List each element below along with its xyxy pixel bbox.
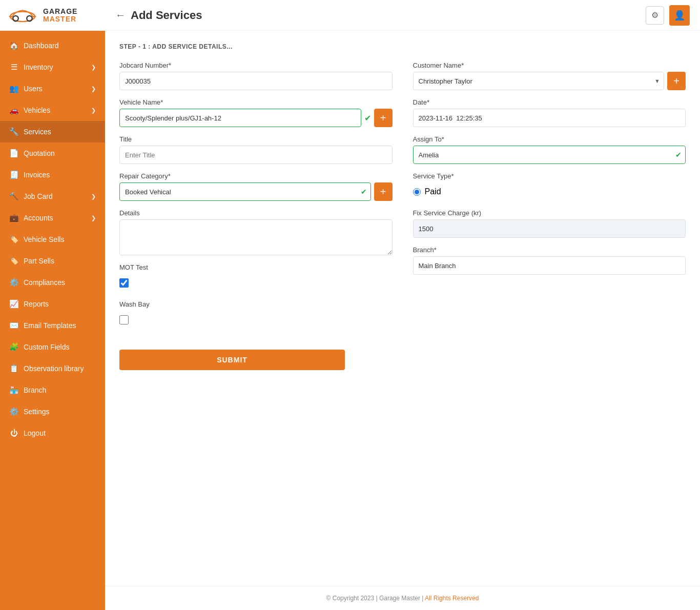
mot-test-field: MOT Test	[119, 263, 393, 292]
fix-service-charge-input[interactable]	[413, 219, 686, 238]
sidebar-item-vehicles[interactable]: 🚗 Vehicles ❯	[0, 99, 105, 121]
repair-category-label: Repair Category*	[119, 172, 393, 180]
footer-link[interactable]: All Rights Reserved	[425, 595, 479, 602]
customer-add-button[interactable]: +	[667, 72, 686, 90]
chevron-right-icon: ❯	[91, 193, 96, 200]
wash-bay-checkbox-row	[119, 311, 393, 329]
vehicle-name-label: Vehicle Name*	[119, 98, 393, 106]
submit-button[interactable]: SUBMIT	[119, 350, 345, 370]
form-right-column: Customer Name* Christopher Taylor ▼ + Da…	[413, 62, 686, 370]
sidebar-item-accounts[interactable]: 💼 Accounts ❯	[0, 207, 105, 229]
email-templates-icon: ✉️	[9, 321, 18, 330]
sidebar-item-services[interactable]: 🔧 Services	[0, 121, 105, 143]
sidebar-item-dashboard[interactable]: 🏠 Dashboard	[0, 35, 105, 56]
fix-service-charge-label: Fix Service Charge (kr)	[413, 209, 686, 217]
vehicle-add-button[interactable]: +	[374, 109, 393, 127]
step-label: STEP - 1 : ADD SERVICE DETAILS...	[119, 43, 686, 50]
jobcard-number-label: Jobcard Number*	[119, 62, 393, 69]
mot-test-checkbox-row	[119, 274, 393, 292]
date-input[interactable]	[413, 109, 686, 127]
topbar: ← Add Services ⚙ 👤	[105, 0, 700, 31]
title-input[interactable]	[119, 146, 393, 164]
sidebar-item-compliances[interactable]: ⚙️ Compliances	[0, 272, 105, 293]
vehicle-name-input[interactable]	[119, 109, 361, 127]
logout-icon: ⏻	[9, 429, 18, 437]
sidebar-item-label: Logout	[24, 429, 46, 437]
sidebar-item-custom-fields[interactable]: 🧩 Custom Fields	[0, 336, 105, 358]
sidebar-item-invoices[interactable]: 🧾 Invoices	[0, 164, 105, 186]
mot-test-checkbox[interactable]	[119, 278, 129, 288]
reports-icon: 📈	[9, 299, 18, 309]
sidebar-item-label: Email Templates	[24, 321, 76, 330]
sidebar-item-label: Job Card	[24, 192, 53, 200]
sidebar-item-logout[interactable]: ⏻ Logout	[0, 422, 105, 443]
inventory-icon: ☰	[9, 63, 18, 72]
vehicle-name-field: Vehicle Name* ✔ +	[119, 98, 393, 127]
sidebar-item-email-templates[interactable]: ✉️ Email Templates	[0, 315, 105, 336]
wash-bay-label: Wash Bay	[119, 300, 393, 308]
sidebar-item-settings[interactable]: ⚙️ Settings	[0, 401, 105, 422]
branch-icon: 🏪	[9, 385, 18, 395]
compliances-icon: ⚙️	[9, 278, 18, 287]
topbar-actions: ⚙ 👤	[646, 5, 690, 26]
jobcard-number-field: Jobcard Number*	[119, 62, 393, 90]
repair-category-add-button[interactable]: +	[374, 182, 393, 201]
title-field: Title	[119, 135, 393, 164]
customer-name-select[interactable]: Christopher Taylor	[413, 72, 665, 90]
customer-name-label: Customer Name*	[413, 62, 686, 69]
user-icon: 👤	[674, 10, 685, 21]
service-type-paid-label: Paid	[425, 187, 441, 196]
details-label: Details	[119, 209, 393, 217]
submit-row: SUBMIT	[119, 350, 393, 370]
sidebar-item-part-sells[interactable]: 🏷️ Part Sells	[0, 250, 105, 272]
dashboard-icon: 🏠	[9, 41, 18, 50]
sidebar-item-label: Services	[24, 128, 51, 136]
sidebar-item-reports[interactable]: 📈 Reports	[0, 293, 105, 315]
repair-category-select[interactable]: Booked Vehical	[119, 182, 371, 201]
date-label: Date*	[413, 98, 686, 106]
sidebar-item-label: Vehicle Sells	[24, 235, 64, 243]
sidebar-item-jobcard[interactable]: 🔨 Job Card ❯	[0, 186, 105, 207]
sidebar-item-label: Quotation	[24, 149, 55, 157]
title-label: Title	[119, 135, 393, 143]
sidebar-item-vehicle-sells[interactable]: 🏷️ Vehicle Sells	[0, 229, 105, 250]
form-content: STEP - 1 : ADD SERVICE DETAILS... Jobcar…	[105, 31, 700, 586]
service-type-radio-group: Paid	[413, 182, 686, 201]
sidebar-item-label: Users	[24, 85, 43, 93]
details-textarea[interactable]	[119, 219, 393, 255]
branch-input[interactable]	[413, 256, 686, 275]
sidebar-item-users[interactable]: 👥 Users ❯	[0, 78, 105, 99]
chevron-right-icon: ❯	[91, 64, 96, 71]
sidebar-item-quotation[interactable]: 📄 Quotation	[0, 143, 105, 164]
sidebar-item-label: Custom Fields	[24, 343, 69, 351]
sidebar: GARAGE MASTER 🏠 Dashboard ☰ Inventory ❯ …	[0, 0, 105, 610]
assign-to-select[interactable]: Amelia	[413, 146, 686, 164]
repair-category-field: Repair Category* Booked Vehical ✔ +	[119, 172, 393, 201]
jobcard-number-input[interactable]	[119, 72, 393, 90]
sidebar-item-label: Observation library	[24, 364, 84, 373]
custom-fields-icon: 🧩	[9, 342, 18, 352]
part-sells-icon: 🏷️	[9, 256, 18, 266]
sidebar-item-label: Compliances	[24, 278, 65, 287]
services-icon: 🔧	[9, 127, 18, 136]
sidebar-item-label: Reports	[24, 300, 49, 308]
assign-to-input-group: Amelia ✔	[413, 146, 686, 164]
wash-bay-checkbox[interactable]	[119, 315, 129, 324]
settings-icon: ⚙️	[9, 407, 18, 416]
back-button[interactable]: ←	[115, 9, 126, 21]
sidebar-item-observation-library[interactable]: 📋 Observation library	[0, 358, 105, 379]
chevron-right-icon: ❯	[91, 86, 96, 92]
sidebar-item-label: Invoices	[24, 171, 50, 179]
gear-button[interactable]: ⚙	[646, 6, 664, 25]
form-left-column: Jobcard Number* Vehicle Name* ✔ + Title	[119, 62, 393, 370]
mot-test-label: MOT Test	[119, 263, 393, 271]
users-icon: 👥	[9, 84, 18, 93]
sidebar-item-label: Vehicles	[24, 106, 50, 114]
user-avatar-button[interactable]: 👤	[669, 5, 690, 26]
service-type-field: Service Type* Paid	[413, 172, 686, 201]
sidebar-item-label: Branch	[24, 386, 46, 394]
service-type-paid-radio[interactable]	[413, 188, 421, 196]
assign-to-field: Assign To* Amelia ✔	[413, 135, 686, 164]
sidebar-item-inventory[interactable]: ☰ Inventory ❯	[0, 56, 105, 78]
sidebar-item-branch[interactable]: 🏪 Branch	[0, 379, 105, 401]
